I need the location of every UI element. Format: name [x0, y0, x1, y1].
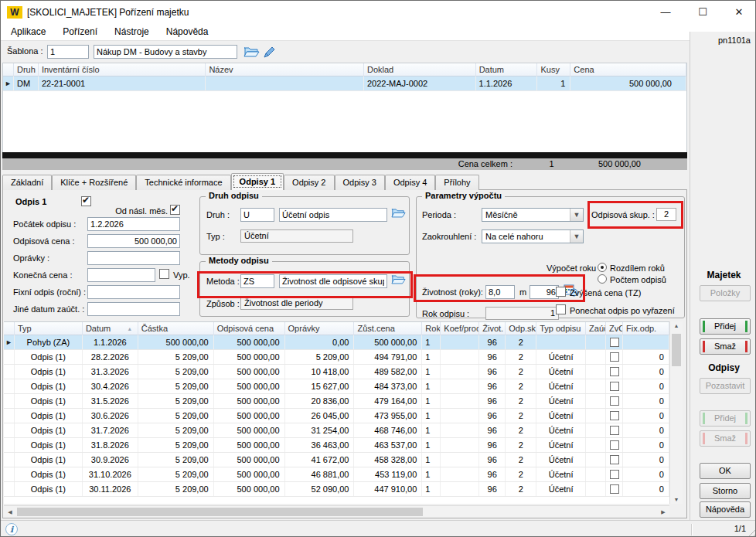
scroll-down-icon[interactable]: ▼: [670, 497, 683, 502]
horizontal-scroll-thumb[interactable]: [17, 508, 423, 516]
zvc-checkbox[interactable]: [610, 338, 619, 347]
tab-3[interactable]: Technické informace: [136, 175, 230, 190]
tab-6[interactable]: Odpisy 3: [335, 175, 385, 190]
horizontal-scrollbar[interactable]: ◀ ▶: [4, 505, 669, 518]
column-header[interactable]: Název: [206, 63, 364, 76]
konecna-cena-input[interactable]: [87, 268, 155, 282]
tab-4[interactable]: Odpisy 1: [231, 173, 284, 190]
column-header[interactable]: Doklad: [364, 63, 476, 76]
storno-button[interactable]: Storno: [700, 483, 751, 499]
zaokrouhleni-dropdown[interactable]: Na celé nahoru ▼: [482, 229, 584, 243]
druh-name-input[interactable]: [279, 208, 387, 222]
opravky-input[interactable]: [87, 251, 180, 265]
asset-row[interactable]: ►DM22-21-00012022-MAJ-00021.1.20261500 0…: [3, 76, 686, 91]
zvc-checkbox[interactable]: [610, 440, 619, 450]
table-row[interactable]: Odpis (1)30.6.20265 209,00500 000,0026 0…: [4, 409, 669, 423]
column-header[interactable]: Fix.odp.: [623, 322, 669, 335]
menu-item-1[interactable]: Aplikace: [2, 24, 54, 39]
open-folder-icon[interactable]: [243, 46, 260, 58]
column-header[interactable]: Druh: [14, 63, 39, 76]
menu-item-3[interactable]: Nástroje: [106, 24, 158, 39]
zvc-checkbox[interactable]: [610, 382, 619, 391]
vyp-checkbox[interactable]: [159, 269, 169, 279]
column-header[interactable]: Oprávky: [285, 322, 355, 335]
table-row[interactable]: Odpis (1)30.11.20265 209,00500 000,0052 …: [4, 482, 669, 497]
metoda-code-input[interactable]: [240, 274, 274, 288]
pocatek-odpisu-input[interactable]: [87, 217, 180, 231]
scroll-right-icon[interactable]: ▶: [659, 509, 668, 515]
column-header[interactable]: Částka: [138, 322, 214, 335]
vertical-scrollbar[interactable]: ▲ ▼: [669, 321, 683, 504]
menu-item-2[interactable]: Pořízení: [54, 24, 106, 39]
column-header[interactable]: Rok: [422, 322, 441, 335]
zvysena-cena-checkbox[interactable]: [556, 287, 566, 297]
column-header[interactable]: Datum▴: [83, 322, 138, 335]
zivotnost-mesice-input[interactable]: [530, 285, 559, 299]
table-row[interactable]: Odpis (1)28.2.20265 209,00500 000,005 20…: [4, 350, 669, 365]
zvc-checkbox[interactable]: [610, 455, 619, 464]
column-header[interactable]: Život.: [479, 322, 506, 335]
minimize-button[interactable]: —: [652, 1, 679, 24]
template-name-input[interactable]: [94, 45, 237, 59]
rozdilem-roku-radio[interactable]: [598, 263, 607, 272]
metoda-folder-icon[interactable]: [391, 274, 406, 285]
table-row[interactable]: Odpis (1)31.8.20265 209,00500 000,0036 4…: [4, 438, 669, 453]
fixni-odpis-input[interactable]: [87, 285, 180, 299]
pridej-majetek-button[interactable]: Přidej: [700, 318, 751, 335]
table-row[interactable]: Odpis (1)30.9.20265 209,00500 000,0041 6…: [4, 453, 669, 467]
maximize-button[interactable]: ☐: [690, 1, 716, 24]
zvc-checkbox[interactable]: [610, 411, 619, 420]
template-code-input[interactable]: [47, 45, 89, 59]
odpisova-cena-input[interactable]: [87, 234, 180, 248]
metoda-name-input[interactable]: [279, 274, 387, 288]
table-row[interactable]: Odpis (1)31.5.20265 209,00500 000,0020 8…: [4, 394, 669, 409]
column-header[interactable]: Inventární číslo: [39, 63, 206, 76]
column-header[interactable]: Zůst.cena: [354, 322, 422, 335]
poctem-odpisu-radio[interactable]: [598, 274, 607, 284]
tab-1[interactable]: Základní: [2, 175, 52, 190]
druh-folder-icon[interactable]: [391, 207, 406, 219]
table-row[interactable]: Odpis (1)31.10.20265 209,00500 000,0046 …: [4, 467, 669, 482]
table-row[interactable]: Odpis (1)30.4.20265 209,00500 000,0015 6…: [4, 379, 669, 394]
ponechat-odpis-checkbox[interactable]: [556, 304, 566, 314]
tab-5[interactable]: Odpisy 2: [284, 175, 334, 190]
zvc-checkbox[interactable]: [610, 367, 619, 376]
column-header[interactable]: Typ: [15, 322, 83, 335]
zvc-checkbox[interactable]: [610, 426, 619, 435]
zvc-checkbox[interactable]: [610, 352, 619, 362]
zvc-checkbox[interactable]: [610, 396, 619, 406]
edit-pencil-icon[interactable]: [264, 46, 276, 58]
table-row[interactable]: Odpis (1)31.7.20265 209,00500 000,0031 2…: [4, 423, 669, 438]
smaz-majetek-button[interactable]: Smaž: [700, 338, 751, 355]
vertical-scroll-thumb[interactable]: [672, 334, 681, 366]
column-header[interactable]: Zaúčt.: [586, 322, 606, 335]
zivotnost-roky-input[interactable]: [485, 285, 515, 299]
scroll-left-icon[interactable]: ◀: [5, 509, 15, 515]
napoveda-button[interactable]: Nápověda: [700, 501, 751, 518]
perioda-dropdown[interactable]: Měsíčně ▼: [482, 208, 584, 222]
column-header[interactable]: Datum: [476, 63, 538, 76]
column-header[interactable]: ZvC: [606, 322, 623, 335]
jine-datum-input[interactable]: [87, 302, 180, 316]
close-button[interactable]: ✕: [726, 1, 752, 24]
scroll-up-icon[interactable]: ▲: [670, 323, 683, 328]
column-header[interactable]: Koef/proc: [441, 322, 479, 335]
odpis1-checkbox[interactable]: [81, 196, 91, 206]
zvc-checkbox[interactable]: [610, 470, 619, 479]
table-row[interactable]: ►Pohyb (ZA)1.1.2026500 000,00500 000,000…: [4, 335, 669, 350]
column-header[interactable]: Kusy: [537, 63, 570, 76]
tab-2[interactable]: Klíče + Rozšířené: [52, 175, 136, 190]
menu-item-4[interactable]: Nápověda: [158, 24, 217, 39]
ok-button[interactable]: OK: [700, 463, 751, 479]
tab-7[interactable]: Odpisy 4: [385, 175, 435, 190]
druh-code-input[interactable]: [240, 208, 274, 222]
od-nasl-mes-checkbox[interactable]: [170, 205, 180, 215]
column-header[interactable]: Cena: [570, 63, 686, 76]
tab-8[interactable]: Přílohy: [435, 175, 478, 190]
table-row[interactable]: Odpis (1)31.3.20265 209,00500 000,0010 4…: [4, 365, 669, 379]
column-header[interactable]: Odp.sk.: [506, 322, 536, 335]
info-icon[interactable]: i: [5, 523, 18, 535]
column-header[interactable]: Odpisová cena: [214, 322, 285, 335]
zvc-checkbox[interactable]: [610, 484, 619, 494]
column-header[interactable]: Typ odpisu: [536, 322, 586, 335]
